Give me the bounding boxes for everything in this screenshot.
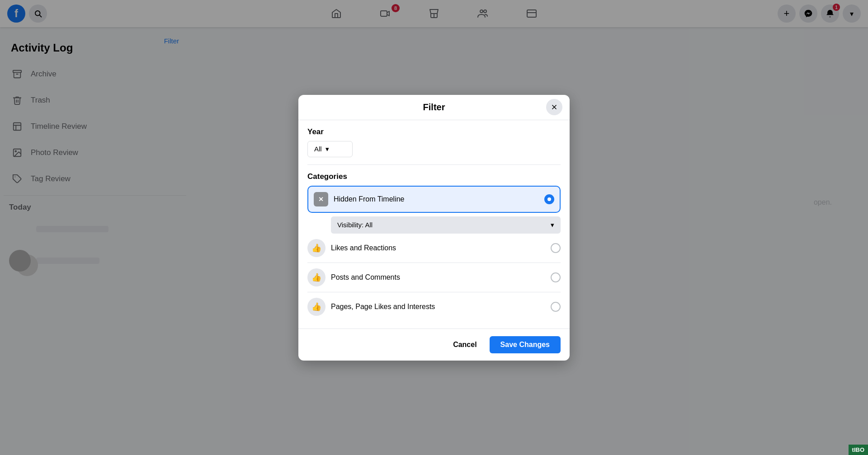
likes-reactions-radio[interactable] <box>551 243 561 253</box>
posts-comments-radio[interactable] <box>551 272 561 282</box>
visibility-icon: ▾ <box>551 221 554 229</box>
modal-body: Year All ▾ Categories ✕ Hidden From Time… <box>298 120 570 328</box>
categories-label: Categories <box>307 172 561 181</box>
category-hidden-from-timeline[interactable]: ✕ Hidden From Timeline <box>307 186 561 213</box>
watermark: tIBO <box>849 445 868 455</box>
year-label: Year <box>307 127 561 136</box>
modal-title: Filter <box>423 102 445 113</box>
modal-header: Filter <box>298 95 570 120</box>
modal-footer: Cancel Save Changes <box>298 328 570 361</box>
hidden-timeline-radio[interactable] <box>544 194 554 204</box>
visibility-label: Visibility: All <box>337 221 373 229</box>
posts-comments-label: Posts and Comments <box>331 273 545 281</box>
category-posts-comments[interactable]: 👍 Posts and Comments <box>307 263 561 292</box>
pages-interests-label: Pages, Page Likes and Interests <box>331 303 545 311</box>
cancel-button[interactable]: Cancel <box>446 337 484 352</box>
year-dropdown[interactable]: All ▾ <box>307 141 353 157</box>
pages-interests-icon: 👍 <box>307 298 326 316</box>
visibility-dropdown[interactable]: Visibility: All ▾ <box>331 216 561 234</box>
modal-divider <box>307 164 561 165</box>
likes-reactions-icon: 👍 <box>307 239 326 257</box>
hidden-timeline-icon: ✕ <box>314 192 328 206</box>
likes-reactions-label: Likes and Reactions <box>331 244 545 252</box>
posts-comments-icon: 👍 <box>307 268 326 286</box>
radio-inner <box>547 197 551 201</box>
pages-interests-radio[interactable] <box>551 302 561 312</box>
hidden-timeline-label: Hidden From Timeline <box>334 195 539 203</box>
category-pages-interests[interactable]: 👍 Pages, Page Likes and Interests <box>307 292 561 321</box>
save-changes-button[interactable]: Save Changes <box>490 336 561 353</box>
modal-close-button[interactable] <box>546 99 562 115</box>
filter-modal: Filter Year All ▾ Categories ✕ Hid <box>298 95 570 361</box>
year-value: All <box>314 145 322 153</box>
category-likes-reactions[interactable]: 👍 Likes and Reactions <box>307 234 561 263</box>
year-dropdown-icon: ▾ <box>326 145 329 153</box>
modal-overlay[interactable]: Filter Year All ▾ Categories ✕ Hid <box>0 0 868 455</box>
